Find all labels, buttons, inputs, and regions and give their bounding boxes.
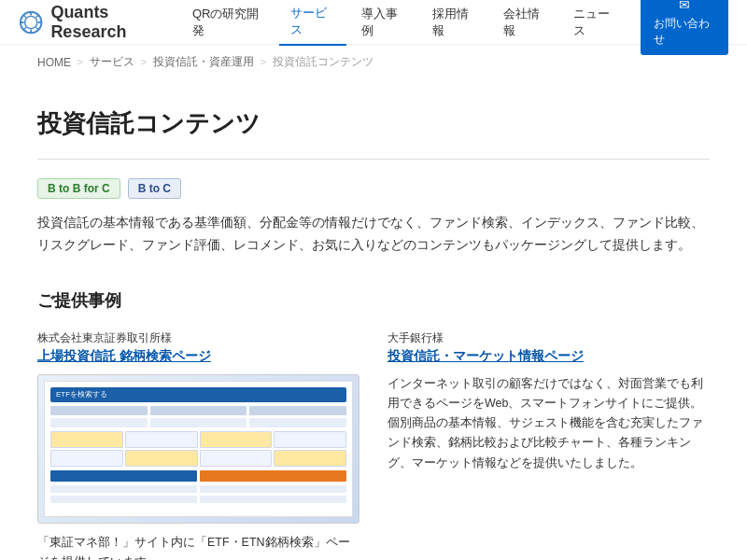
nav-services[interactable]: サービス xyxy=(279,0,346,46)
header: Quants Research QRの研究開発 サービス 導入事例 採用情報 会… xyxy=(0,0,747,45)
mail-icon: ✉ xyxy=(679,0,690,15)
nav-news[interactable]: ニュース xyxy=(562,0,629,45)
case-2-service-title[interactable]: 投資信託・マーケット情報ページ xyxy=(388,348,710,365)
case-2-company: 大手銀行様 xyxy=(388,330,710,346)
divider xyxy=(37,159,710,160)
nav-cases[interactable]: 導入事例 xyxy=(350,0,417,45)
logo-text: Quants Research xyxy=(50,3,181,42)
nav-qr-research[interactable]: QRの研究開発 xyxy=(181,0,276,45)
tag-b2b: B to B for C xyxy=(37,178,120,199)
tags-area: B to B for C B to C xyxy=(37,178,710,199)
contact-button[interactable]: ✉ お問い合わせ xyxy=(641,0,728,55)
case-item-2: 大手銀行様 投資信託・マーケット情報ページ インターネット取引の顧客だけではなく… xyxy=(388,330,710,560)
svg-line-8 xyxy=(36,14,39,17)
svg-point-1 xyxy=(25,16,37,28)
breadcrumb-sep-3: ＞ xyxy=(258,54,269,70)
cases-section-title: ご提供事例 xyxy=(37,286,710,312)
logo-icon xyxy=(19,9,43,35)
case-2-desc: インターネット取引の顧客だけではなく、対面営業でも利用できるページをWeb、スマ… xyxy=(388,374,710,473)
svg-line-9 xyxy=(23,27,26,30)
svg-line-6 xyxy=(23,14,26,17)
cases-grid: 株式会社東京証券取引所様 上場投資信託 銘柄検索ページ ETFを検索する xyxy=(37,330,710,560)
intro-text: 投資信託の基本情報である基準価額、分配金等の情報だけでなく、ファンド検索、インデ… xyxy=(37,212,710,258)
breadcrumb-sep-1: ＞ xyxy=(75,54,86,70)
nav-company[interactable]: 会社情報 xyxy=(492,0,559,45)
nav-recruitment[interactable]: 採用情報 xyxy=(421,0,488,45)
breadcrumb-current: 投資信託コンテンツ xyxy=(273,54,374,70)
case-1-service-title[interactable]: 上場投資信託 銘柄検索ページ xyxy=(37,348,359,365)
case-1-screenshot: ETFを検索する xyxy=(37,374,359,524)
breadcrumb-sep-2: ＞ xyxy=(138,54,149,70)
main-content: 投資信託コンテンツ B to B for C B to C 投資信託の基本情報で… xyxy=(0,79,747,560)
case-item-1: 株式会社東京証券取引所様 上場投資信託 銘柄検索ページ ETFを検索する xyxy=(37,330,359,560)
tag-b2c: B to C xyxy=(128,178,181,199)
contact-label: お問い合わせ xyxy=(654,16,715,48)
logo-area: Quants Research xyxy=(19,3,181,42)
breadcrumb-investment-asset[interactable]: 投資信託・資産運用 xyxy=(153,54,254,70)
case-1-desc: 「東証マネ部！」サイト内に「ETF・ETN銘柄検索」ページを提供しています。 xyxy=(37,533,359,560)
main-nav: QRの研究開発 サービス 導入事例 採用情報 会社情報 ニュース ✉ お問い合わ… xyxy=(181,0,728,55)
case-1-company: 株式会社東京証券取引所様 xyxy=(37,330,359,346)
svg-line-7 xyxy=(36,27,39,30)
page-title: 投資信託コンテンツ xyxy=(37,107,710,140)
breadcrumb-home[interactable]: HOME xyxy=(37,56,71,69)
breadcrumb-services[interactable]: サービス xyxy=(90,54,134,70)
